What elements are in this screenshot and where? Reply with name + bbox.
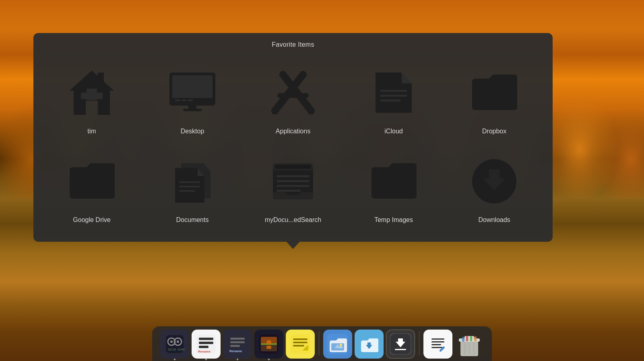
dock-dot-rename1	[205, 359, 207, 360]
popup-arrow	[286, 241, 300, 249]
dock: 10110 01001 Rename Rename	[152, 326, 492, 361]
svg-rect-72	[431, 341, 444, 342]
svg-point-54	[266, 340, 271, 345]
dock-item-rename1[interactable]: Rename	[192, 330, 221, 361]
dock-dot-binary	[174, 359, 175, 360]
popup-title: Favorite Items	[45, 41, 541, 48]
svg-rect-10	[188, 100, 193, 101]
icloud-icon	[363, 62, 424, 123]
mydocu-label: myDocu...edSearch	[265, 216, 322, 224]
grid-item-icloud[interactable]: iCloud	[347, 56, 440, 141]
temp-images-label: Temp Images	[374, 216, 413, 224]
svg-rect-11	[188, 106, 196, 109]
svg-rect-30	[277, 190, 301, 192]
dock-item-stack[interactable]	[386, 330, 415, 361]
google-drive-icon	[62, 151, 122, 212]
svg-rect-57	[293, 338, 308, 340]
grid-item-downloads[interactable]: Downloads	[448, 145, 541, 230]
svg-rect-71	[431, 338, 444, 340]
grid-item-dropbox[interactable]: Dropbox	[448, 56, 541, 141]
svg-rect-73	[431, 344, 441, 345]
svg-rect-28	[277, 180, 310, 182]
svg-rect-59	[293, 345, 304, 346]
dock-divider	[319, 331, 319, 355]
desktop-label: Desktop	[181, 128, 204, 135]
dock-divider-2	[419, 331, 419, 355]
dock-item-textedit[interactable]	[423, 330, 452, 361]
downloads-label: Downloads	[478, 216, 510, 224]
desktop-icon	[162, 62, 223, 123]
svg-rect-47	[230, 345, 240, 347]
dock-icon-rename2: Rename	[223, 330, 252, 359]
dock-icon-photos	[323, 330, 352, 359]
applications-icon	[263, 62, 323, 123]
dock-icon-textedit	[423, 330, 452, 359]
dock-icon-binary: 10110 01001	[160, 330, 189, 359]
svg-rect-19	[380, 95, 407, 97]
grid-item-applications[interactable]: Applications	[247, 56, 339, 141]
grid-item-temp-images[interactable]: Temp Images	[347, 145, 440, 230]
grid-item-google-drive[interactable]: Google Drive	[45, 145, 138, 230]
documents-label: Documents	[176, 216, 209, 224]
svg-point-37	[177, 340, 179, 343]
svg-rect-46	[230, 341, 245, 343]
dock-icon-trash	[455, 330, 484, 359]
svg-rect-41	[199, 342, 213, 344]
temp-images-icon	[363, 151, 424, 212]
dock-icon-stickies	[286, 330, 315, 359]
svg-text:Rename: Rename	[198, 350, 211, 353]
dock-icon-stack	[386, 330, 415, 359]
svg-rect-9	[182, 100, 186, 101]
dropbox-label: Dropbox	[482, 128, 506, 135]
grid-item-tim[interactable]: tim	[45, 56, 138, 141]
svg-rect-3	[95, 93, 103, 99]
grid-item-documents[interactable]: Documents	[146, 145, 239, 230]
svg-rect-8	[175, 100, 180, 101]
dropbox-icon	[464, 62, 524, 123]
dock-item-stickies[interactable]	[286, 330, 315, 361]
svg-point-64	[340, 344, 342, 346]
svg-rect-42	[199, 346, 208, 348]
svg-rect-23	[179, 190, 195, 192]
svg-rect-83	[466, 336, 468, 341]
svg-rect-29	[277, 185, 310, 187]
svg-rect-85	[474, 336, 477, 341]
svg-rect-74	[431, 347, 443, 348]
dock-dot-image-capture	[268, 359, 270, 360]
svg-rect-69	[395, 349, 406, 350]
svg-rect-45	[230, 338, 245, 340]
grid-item-desktop[interactable]: Desktop	[146, 56, 239, 141]
svg-rect-21	[179, 181, 200, 183]
dock-item-binary[interactable]: 10110 01001	[160, 330, 189, 361]
svg-rect-22	[179, 186, 200, 187]
icloud-label: iCloud	[384, 128, 402, 135]
svg-rect-4	[98, 73, 104, 84]
favorite-items-popup: Favorite Items tim	[33, 33, 553, 242]
svg-rect-78	[464, 336, 474, 339]
dock-icon-rename1: Rename	[192, 330, 221, 359]
dock-item-rename2[interactable]: Rename	[223, 330, 252, 361]
svg-rect-18	[380, 90, 407, 92]
svg-text:Rename: Rename	[229, 349, 242, 353]
svg-rect-27	[277, 175, 310, 177]
tim-icon	[62, 62, 122, 123]
grid-item-mydocu[interactable]: myDocu...edSearch	[247, 145, 339, 230]
items-grid: tim Desktop	[45, 56, 541, 230]
dock-item-photos[interactable]	[323, 330, 352, 361]
documents-icon	[162, 151, 223, 212]
mydocu-icon	[263, 151, 323, 212]
dock-item-downloads-folder[interactable]	[355, 330, 384, 361]
dock-icon-image-capture	[254, 330, 283, 359]
svg-point-35	[170, 340, 173, 343]
svg-rect-82	[462, 337, 464, 342]
svg-rect-84	[470, 336, 472, 341]
dock-item-image-capture[interactable]	[254, 330, 283, 361]
svg-rect-2	[81, 93, 88, 99]
dock-item-trash[interactable]	[455, 330, 484, 361]
svg-rect-56	[291, 334, 310, 354]
svg-text:10110 01001: 10110 01001	[167, 348, 185, 351]
svg-rect-12	[183, 109, 202, 111]
downloads-icon	[464, 151, 524, 212]
svg-rect-20	[380, 100, 400, 102]
applications-label: Applications	[276, 128, 310, 135]
